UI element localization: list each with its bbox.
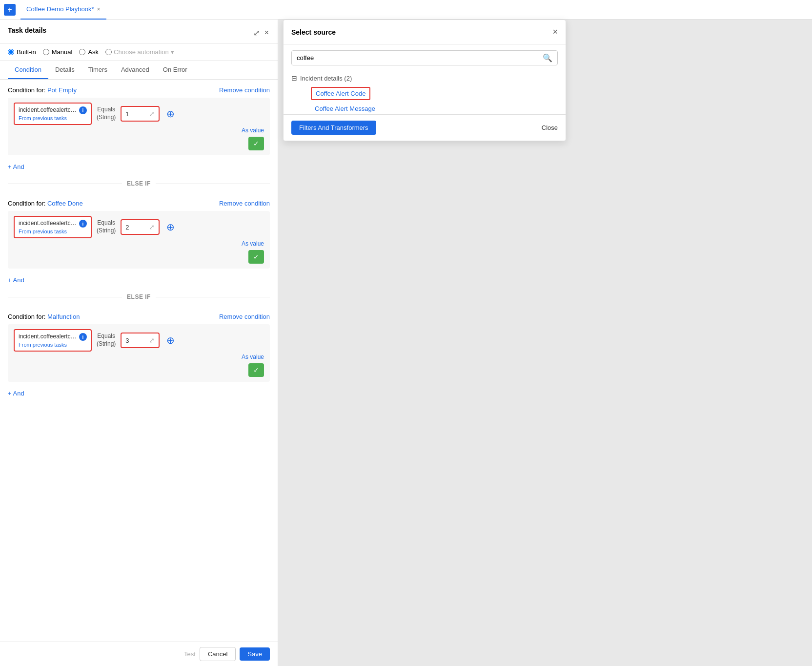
condition-row-card-3: incident.coffeealertc ode i From previou…	[8, 324, 270, 382]
tab-condition[interactable]: Condition	[8, 61, 48, 79]
close-panel-button[interactable]: ×	[264, 27, 270, 39]
field-box-text-3: incident.coffeealertc ode	[19, 333, 77, 340]
source-item-block-2: Coffee Alert Message	[291, 103, 558, 114]
else-if-divider-2: ELSE IF	[8, 293, 270, 300]
source-list: ⊟ Incident details (2) Coffee Alert Code…	[284, 71, 566, 114]
panel-footer: Test Cancel Save	[0, 642, 278, 666]
value-input-box-2[interactable]: 2 ⤢	[121, 219, 160, 235]
field-box-text-1: incident.coffeealertc ode	[19, 106, 77, 113]
confirm-button-3[interactable]: ✓	[248, 363, 264, 377]
field-box-text-2: incident.coffeealertc ode	[19, 220, 77, 227]
choose-automation: Choose automation ▾	[105, 48, 174, 56]
search-input[interactable]	[292, 51, 538, 65]
tab-timers[interactable]: Timers	[81, 61, 114, 79]
collapse-icon: ⊟	[291, 74, 297, 82]
close-source-button[interactable]: Close	[542, 124, 558, 131]
condition-block-3: Condition for: Malfunction Remove condit…	[8, 306, 270, 401]
select-source-title: Select source	[291, 28, 336, 36]
condition-row-card-1: incident.coffeealertc ode i From previou…	[8, 98, 270, 155]
and-button-1[interactable]: + And	[8, 159, 24, 174]
condition-for-label-3: Condition for: Malfunction	[8, 313, 80, 320]
field-box-2[interactable]: incident.coffeealertc ode i From previou…	[14, 216, 92, 238]
tab-on-error[interactable]: On Error	[156, 61, 194, 79]
select-source-footer: Filters And Transformers Close	[284, 114, 566, 141]
add-row-button-3[interactable]: ⊕	[166, 334, 175, 346]
select-source-close-button[interactable]: ×	[552, 27, 558, 37]
add-row-button-2[interactable]: ⊕	[166, 221, 175, 233]
equals-label-1: Equals(String)	[97, 106, 116, 121]
search-row: 🔍	[284, 44, 566, 71]
panel-content: Condition for: Pot Empty Remove conditio…	[0, 80, 278, 642]
as-value-1[interactable]: As value	[242, 127, 264, 134]
expand-button[interactable]: ⤢	[252, 27, 261, 39]
value-input-text-1: 1	[125, 110, 147, 118]
and-button-3[interactable]: + And	[8, 386, 24, 401]
remove-condition-2[interactable]: Remove condition	[219, 200, 270, 207]
equals-label-3: Equals(String)	[97, 333, 116, 348]
add-tab-button[interactable]: +	[4, 4, 16, 16]
else-if-text-2: ELSE IF	[127, 293, 151, 300]
choose-automation-label: Choose automation	[114, 48, 169, 56]
search-input-wrap: 🔍	[291, 50, 558, 65]
top-bar: + Coffee Demo Playbook* ×	[0, 0, 812, 20]
radio-manual[interactable]: Manual	[43, 48, 73, 56]
remove-condition-1[interactable]: Remove condition	[219, 86, 270, 94]
value-input-box-1[interactable]: 1 ⤢	[121, 106, 160, 122]
condition-block-2: Condition for: Coffee Done Remove condit…	[8, 193, 270, 288]
value-input-box-3[interactable]: 3 ⤢	[121, 333, 160, 348]
info-icon-3[interactable]: i	[79, 333, 87, 341]
info-icon-2[interactable]: i	[79, 220, 87, 228]
resize-handle-3[interactable]: ⤢	[149, 336, 155, 344]
radio-group: Built-in Manual Ask Choose automation ▾	[0, 43, 278, 61]
condition-row-card-2: incident.coffeealertc ode i From previou…	[8, 211, 270, 269]
source-group-header[interactable]: ⊟ Incident details (2)	[291, 71, 558, 85]
field-box-sub-1: From previous tasks	[19, 115, 87, 121]
source-item-coffee-alert-code[interactable]: Coffee Alert Code	[311, 87, 370, 100]
test-button[interactable]: Test	[184, 650, 196, 658]
tab-advanced[interactable]: Advanced	[114, 61, 156, 79]
else-if-text-1: ELSE IF	[127, 180, 151, 187]
info-icon-1[interactable]: i	[79, 106, 87, 114]
main-layout: Task details ⤢ × Built-in Manual Ask Cho…	[0, 20, 812, 666]
field-box-1[interactable]: incident.coffeealertc ode i From previou…	[14, 103, 92, 125]
condition-for-value-1: Pot Empty	[47, 86, 77, 94]
source-item-coffee-alert-message[interactable]: Coffee Alert Message	[303, 102, 380, 115]
radio-built-in[interactable]: Built-in	[8, 48, 36, 56]
left-panel: Task details ⤢ × Built-in Manual Ask Cho…	[0, 20, 278, 666]
radio-ask[interactable]: Ask	[79, 48, 99, 56]
add-row-button-1[interactable]: ⊕	[166, 108, 175, 120]
filters-transformers-button[interactable]: Filters And Transformers	[291, 121, 376, 135]
condition-for-value-2: Coffee Done	[47, 200, 83, 207]
panel-title: Task details	[8, 26, 46, 34]
as-value-3[interactable]: As value	[242, 354, 264, 360]
save-button[interactable]: Save	[240, 647, 270, 661]
confirm-button-1[interactable]: ✓	[248, 137, 264, 150]
field-box-sub-3: From previous tasks	[19, 342, 87, 348]
cancel-button[interactable]: Cancel	[200, 647, 236, 661]
condition-for-value-3: Malfunction	[47, 313, 80, 320]
tab-label: Coffee Demo Playbook*	[26, 5, 94, 13]
condition-for-label-2: Condition for: Coffee Done	[8, 200, 83, 207]
confirm-button-2[interactable]: ✓	[248, 250, 264, 264]
value-input-text-2: 2	[125, 224, 147, 231]
condition-for-label-1: Condition for: Pot Empty	[8, 86, 77, 94]
search-icon[interactable]: 🔍	[538, 53, 557, 62]
and-button-2[interactable]: + And	[8, 272, 24, 288]
field-box-sub-2: From previous tasks	[19, 229, 87, 234]
playbook-tab[interactable]: Coffee Demo Playbook* ×	[20, 0, 106, 20]
panel-header: Task details ⤢ ×	[0, 20, 278, 43]
resize-handle-2[interactable]: ⤢	[149, 223, 155, 231]
condition-block-1: Condition for: Pot Empty Remove conditio…	[8, 80, 270, 174]
remove-condition-3[interactable]: Remove condition	[219, 313, 270, 320]
tab-close-icon[interactable]: ×	[97, 6, 101, 13]
tab-details[interactable]: Details	[48, 61, 81, 79]
field-box-3[interactable]: incident.coffeealertc ode i From previou…	[14, 329, 92, 352]
select-source-panel: Select source × 🔍 ⊟ Incident details (2)…	[283, 20, 566, 141]
value-input-text-3: 3	[125, 337, 147, 344]
source-group-label: Incident details (2)	[300, 75, 352, 82]
else-if-divider-1: ELSE IF	[8, 180, 270, 187]
tabs-row: Condition Details Timers Advanced On Err…	[0, 61, 278, 80]
select-source-header: Select source ×	[284, 20, 566, 44]
as-value-2[interactable]: As value	[242, 240, 264, 247]
resize-handle-1[interactable]: ⤢	[149, 110, 155, 118]
